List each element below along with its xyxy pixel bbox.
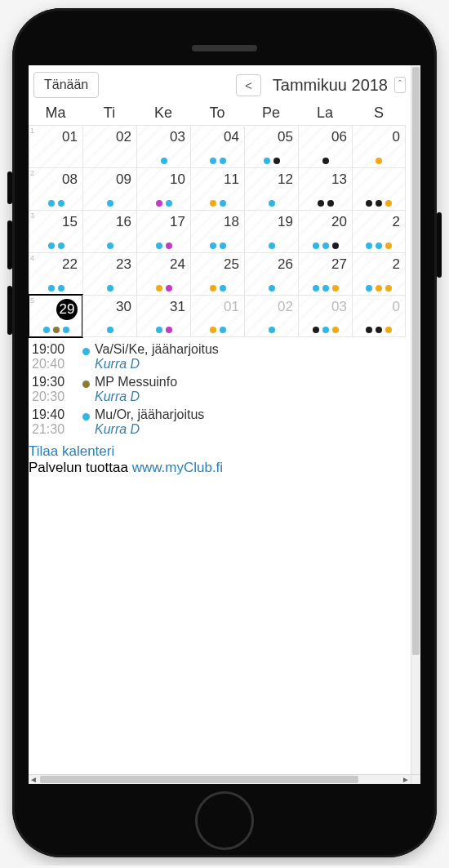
provider-link[interactable]: www.myClub.fi — [132, 460, 223, 475]
event-dot-icon — [376, 243, 382, 249]
subscribe-link[interactable]: Tilaa kalenteri — [29, 443, 114, 459]
day-cell[interactable]: 10 — [136, 167, 190, 210]
event-dot-icon — [322, 243, 329, 249]
day-cell[interactable]: 23 — [82, 252, 136, 295]
event-dot-icon — [376, 285, 382, 292]
weekday-label: La — [298, 105, 352, 122]
day-cell[interactable]: 04 — [190, 125, 244, 167]
day-cell[interactable]: 06 — [298, 125, 352, 167]
day-cell[interactable]: 18 — [190, 210, 244, 252]
day-number: 19 — [245, 214, 293, 230]
event-dot-icon — [376, 200, 382, 207]
home-button[interactable] — [195, 791, 254, 850]
event-dot-icon — [156, 327, 162, 333]
event-dots — [245, 200, 298, 207]
event-dot-icon — [327, 200, 334, 207]
phone-side-button — [7, 220, 12, 269]
day-number: 05 — [245, 129, 293, 145]
event-dot-icon — [318, 200, 324, 207]
event-dot-icon — [269, 285, 275, 292]
event-body: MP MessuinfoKurra D — [95, 375, 177, 404]
day-cell-selected[interactable]: 29 — [29, 295, 82, 337]
day-cell[interactable]: 2 — [352, 252, 406, 295]
week-row: 31516171819202 — [29, 210, 411, 252]
day-cell[interactable]: 27 — [298, 252, 352, 295]
horizontal-scroll-thumb[interactable] — [40, 776, 358, 783]
day-cell[interactable]: 22 — [29, 252, 82, 295]
event-row[interactable]: 19:4021:30Mu/Or, jääharjoitusKurra D — [32, 406, 407, 438]
weekday-row: Ma Ti Ke To Pe La S — [29, 103, 411, 125]
day-number: 10 — [137, 171, 185, 188]
event-subtitle: Kurra D — [95, 389, 177, 404]
day-cell[interactable]: 08 — [29, 167, 82, 210]
event-dots — [137, 327, 190, 333]
today-button[interactable]: Tänään — [33, 72, 99, 98]
weekday-label: Ke — [136, 105, 190, 122]
event-dot-icon — [156, 243, 162, 249]
day-cell[interactable]: 03 — [136, 125, 190, 167]
day-cell[interactable]: 02 — [244, 295, 298, 337]
prev-month-button[interactable]: < — [236, 74, 261, 96]
day-number: 09 — [83, 171, 131, 188]
day-number: 0 — [353, 299, 400, 315]
event-dot-icon — [220, 285, 226, 292]
weekday-label: To — [190, 105, 244, 122]
day-cell[interactable]: 2 — [352, 210, 406, 252]
event-subtitle: Kurra D — [95, 422, 204, 437]
event-dot-icon — [107, 327, 113, 333]
day-cell[interactable]: 13 — [298, 167, 352, 210]
event-dots — [299, 243, 352, 249]
event-dots — [29, 243, 82, 249]
day-cell[interactable]: 01 — [190, 295, 244, 337]
day-cell[interactable]: 0 — [352, 125, 406, 167]
event-row[interactable]: 19:3020:30MP MessuinfoKurra D — [32, 373, 407, 406]
day-cell[interactable]: 15 — [29, 210, 82, 252]
day-cell[interactable]: 12 — [244, 167, 298, 210]
day-cell[interactable]: 19 — [244, 210, 298, 252]
horizontal-scrollbar[interactable]: ◄ ► — [29, 774, 411, 784]
day-cell[interactable]: 01 — [29, 125, 82, 167]
day-cell[interactable]: 17 — [136, 210, 190, 252]
day-cell[interactable]: 30 — [82, 295, 136, 337]
event-color-dot-icon — [82, 413, 90, 421]
weekday-label: Ti — [82, 105, 136, 122]
weekday-label: Pe — [244, 105, 298, 122]
day-cell[interactable]: 05 — [244, 125, 298, 167]
event-title: MP Messuinfo — [95, 375, 177, 389]
week-number: 2 — [30, 169, 34, 177]
day-cell[interactable]: 11 — [190, 167, 244, 210]
event-dots — [191, 158, 244, 164]
day-cell[interactable]: 03 — [298, 295, 352, 337]
week-row: 10102030405060 — [29, 125, 411, 167]
day-number: 15 — [29, 214, 78, 230]
vertical-scroll-thumb[interactable] — [412, 67, 420, 655]
phone-side-button — [437, 212, 442, 278]
vertical-scrollbar[interactable] — [411, 65, 420, 774]
event-dots — [353, 327, 405, 333]
day-number: 29 — [56, 299, 78, 320]
day-cell[interactable]: 24 — [136, 252, 190, 295]
day-number: 03 — [299, 299, 347, 315]
day-cell[interactable]: 02 — [82, 125, 136, 167]
day-cell[interactable]: 26 — [244, 252, 298, 295]
day-cell[interactable]: 09 — [82, 167, 136, 210]
day-cell[interactable]: 31 — [136, 295, 190, 337]
day-cell[interactable] — [352, 167, 406, 210]
event-start-time: 19:40 — [32, 407, 78, 422]
day-cell[interactable]: 20 — [298, 210, 352, 252]
event-start-time: 19:30 — [32, 375, 78, 389]
day-cell[interactable]: 16 — [82, 210, 136, 252]
event-dots — [83, 200, 136, 207]
scroll-down-icon[interactable] — [411, 764, 420, 774]
day-cell[interactable]: 25 — [190, 252, 244, 295]
event-subtitle: Kurra D — [95, 357, 219, 372]
event-dot-icon — [166, 327, 172, 333]
scroll-left-icon[interactable]: ◄ — [29, 775, 38, 784]
event-dot-icon — [107, 200, 113, 207]
day-cell[interactable]: 0 — [352, 295, 406, 337]
week-row: 42223242526272 — [29, 252, 411, 295]
event-dot-icon — [220, 200, 226, 207]
scroll-right-icon[interactable]: ► — [401, 775, 411, 784]
collapse-button[interactable]: ˆ — [394, 77, 406, 93]
event-row[interactable]: 19:0020:40Va/Si/Ke, jääharjoitusKurra D — [32, 341, 407, 373]
